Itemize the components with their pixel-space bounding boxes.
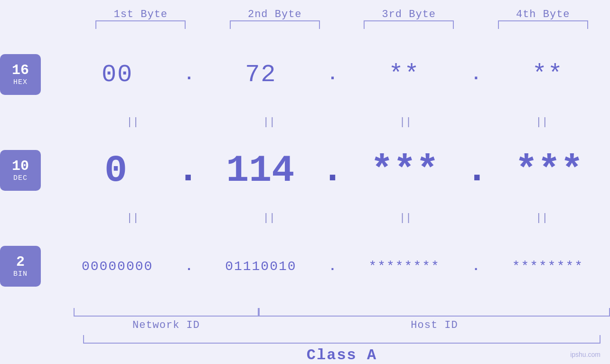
- bottom-section: Network ID Host ID: [0, 308, 610, 331]
- dec-badge-number: 10: [12, 159, 29, 174]
- byte-header-2: 2nd Byte: [208, 9, 342, 20]
- dec-sep-1: .: [177, 159, 199, 182]
- byte-header-3: 3rd Byte: [342, 9, 476, 20]
- hex-sep-3: .: [467, 65, 486, 84]
- hex-badge: 16 HEX: [0, 54, 41, 95]
- class-label: Class A: [307, 344, 377, 364]
- host-bracket: [259, 308, 610, 317]
- host-id-label: Host ID: [259, 317, 610, 331]
- bin-val-2: 01110010: [198, 259, 323, 274]
- dec-badge-label: DEC: [13, 174, 28, 182]
- hex-badge-label: HEX: [13, 78, 28, 86]
- eq1-4: ||: [474, 116, 610, 129]
- byte-headers-row: 1st Byte 2nd Byte 3rd Byte 4th Byte: [0, 0, 610, 20]
- bracket-row-top: [0, 20, 610, 29]
- hex-row: 16 HEX 00 . 72 . ** . **: [0, 33, 610, 116]
- eq1-1: ||: [65, 116, 201, 129]
- byte-header-1: 1st Byte: [74, 9, 208, 20]
- dec-values-row: 0 . 114 . *** . ***: [55, 149, 610, 192]
- dec-badge: 10 DEC: [0, 150, 41, 191]
- main-container: 1st Byte 2nd Byte 3rd Byte 4th Byte 16 H…: [0, 0, 610, 364]
- bracket-2: [208, 20, 342, 29]
- bin-values-row: 00000000 . 01110010 . ******** . *******…: [55, 259, 610, 274]
- bin-sep-3: .: [467, 259, 486, 274]
- bin-sep-2: .: [323, 259, 342, 274]
- network-bracket: [74, 308, 259, 317]
- bin-badge-label: BIN: [13, 270, 28, 278]
- hex-val-3: **: [342, 61, 467, 89]
- class-row: Class A: [0, 335, 610, 364]
- bottom-brackets: [74, 308, 610, 317]
- bin-badge-number: 2: [16, 254, 25, 270]
- eq2-2: ||: [201, 212, 337, 224]
- bracket-line-1: [95, 20, 186, 29]
- dec-val-3: ***: [344, 149, 466, 192]
- bracket-3: [342, 20, 476, 29]
- watermark: ipshu.com: [570, 351, 601, 358]
- eq1-3: ||: [338, 116, 474, 129]
- eq1-2: ||: [201, 116, 337, 129]
- bin-val-1: 00000000: [55, 259, 179, 274]
- class-bracket: [83, 335, 601, 344]
- bracket-line-3: [364, 20, 454, 29]
- equals-row-2: || || || ||: [0, 212, 610, 224]
- hex-val-4: **: [486, 61, 610, 89]
- hex-badge-number: 16: [12, 63, 29, 78]
- dec-val-2: 114: [199, 149, 321, 192]
- byte-header-4: 4th Byte: [476, 9, 610, 20]
- bin-sep-1: .: [179, 259, 198, 274]
- equals-row-1: || || || ||: [0, 116, 610, 129]
- hex-sep-2: .: [323, 65, 342, 84]
- hex-val-2: 72: [198, 61, 323, 89]
- bracket-1: [74, 20, 208, 29]
- dec-row: 10 DEC 0 . 114 . *** . ***: [0, 129, 610, 212]
- bin-badge: 2 BIN: [0, 246, 41, 287]
- bracket-line-2: [230, 20, 320, 29]
- hex-sep-1: .: [179, 65, 198, 84]
- hex-values-row: 00 . 72 . ** . **: [55, 61, 610, 89]
- bin-val-3: ********: [342, 259, 467, 274]
- hex-val-1: 00: [55, 61, 179, 89]
- dec-sep-2: .: [321, 159, 344, 182]
- eq2-3: ||: [338, 212, 474, 224]
- dec-val-1: 0: [55, 149, 177, 192]
- bin-val-4: ********: [486, 259, 610, 274]
- network-id-label: Network ID: [74, 317, 259, 331]
- bracket-line-4: [498, 20, 588, 29]
- dec-sep-3: .: [466, 159, 488, 182]
- dec-val-4: ***: [488, 149, 610, 192]
- bottom-labels: Network ID Host ID: [74, 317, 610, 331]
- bracket-4: [476, 20, 610, 29]
- bin-row: 2 BIN 00000000 . 01110010 . ******** . *…: [0, 224, 610, 308]
- eq2-4: ||: [474, 212, 610, 224]
- eq2-1: ||: [65, 212, 201, 224]
